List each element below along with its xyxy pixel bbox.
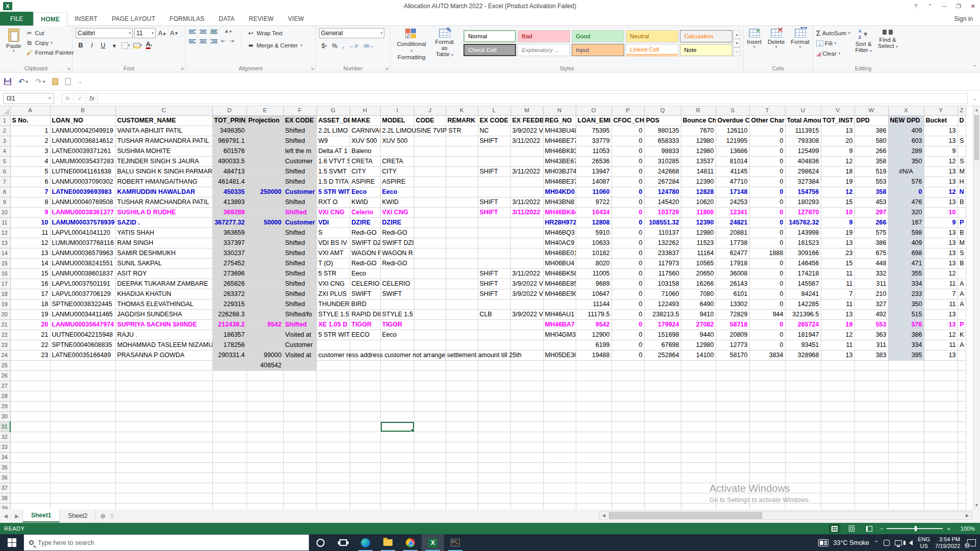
cell-K35[interactable] bbox=[446, 462, 478, 472]
cell-O38[interactable] bbox=[576, 493, 611, 503]
cell-I20[interactable]: STYLE 1.5 T bbox=[380, 309, 414, 319]
cell-L27[interactable] bbox=[478, 381, 510, 391]
cell-V12[interactable]: 19 bbox=[821, 228, 854, 238]
cell-T3[interactable]: 0 bbox=[749, 136, 785, 146]
row-header-34[interactable]: 34 bbox=[0, 452, 10, 462]
cell-J27[interactable] bbox=[414, 381, 446, 391]
cell-J37[interactable] bbox=[414, 483, 446, 493]
cell-V22[interactable]: 12 bbox=[821, 330, 854, 340]
cell-F25[interactable] bbox=[283, 360, 316, 370]
cell-S33[interactable] bbox=[716, 442, 749, 452]
cell-N27[interactable] bbox=[543, 381, 576, 391]
cell-G31[interactable] bbox=[316, 421, 350, 432]
horizontal-scrollbar[interactable]: ◀ ▶ bbox=[599, 511, 972, 520]
cell-U33[interactable] bbox=[785, 442, 821, 452]
cell-X37[interactable] bbox=[888, 483, 924, 493]
cell-Y19[interactable]: 11 bbox=[924, 299, 958, 309]
cell-N16[interactable]: MH46BK58 bbox=[543, 268, 576, 279]
cell-K37[interactable] bbox=[446, 483, 478, 493]
cell-U11[interactable]: 145762.32 bbox=[785, 217, 821, 228]
col-header-Q[interactable]: Q bbox=[644, 106, 681, 115]
cell-H26[interactable] bbox=[350, 370, 380, 381]
cell-T20[interactable]: 944 bbox=[749, 309, 785, 319]
cell-Q4[interactable]: 98833 bbox=[644, 146, 681, 156]
cell-F13[interactable]: Shifted bbox=[283, 238, 316, 248]
cell-D14[interactable]: 330237 bbox=[212, 248, 247, 258]
cell-X30[interactable] bbox=[888, 411, 924, 421]
cell-D29[interactable] bbox=[212, 401, 247, 411]
cell-N20[interactable]: MH46AU1 bbox=[543, 309, 576, 319]
cell-Z35[interactable] bbox=[958, 462, 966, 472]
minimize-button[interactable]: ─ bbox=[937, 1, 951, 12]
cell-K1[interactable]: REMARK bbox=[446, 115, 478, 126]
cell-H23[interactable] bbox=[350, 340, 380, 350]
cell-Q27[interactable] bbox=[644, 381, 681, 391]
cell-N34[interactable] bbox=[543, 452, 576, 462]
cell-I6[interactable]: CITY bbox=[380, 166, 414, 177]
cell-G4[interactable]: Delta AT 1 bbox=[316, 146, 350, 156]
cell-A22[interactable]: 21 bbox=[10, 330, 50, 340]
cell-X23[interactable]: 334 bbox=[888, 340, 924, 350]
cell-U2[interactable]: 1113915 bbox=[785, 126, 821, 136]
cell-C20[interactable]: JAGDISH SUNDESHA bbox=[115, 309, 212, 319]
col-header-N[interactable]: N bbox=[543, 106, 576, 115]
orientation-button[interactable]: ⯅▾ bbox=[224, 28, 232, 35]
cell-X22[interactable]: 386 bbox=[888, 330, 924, 340]
cell-B6[interactable]: LUTNE00041161638 bbox=[50, 166, 115, 177]
cell-N21[interactable]: MH46BA7 bbox=[543, 319, 576, 330]
cell-W15[interactable]: 448 bbox=[854, 258, 888, 268]
new-sheet-button[interactable]: ⊕ bbox=[96, 509, 109, 522]
cell-G8[interactable]: 5 STR WIT bbox=[316, 187, 350, 197]
cell-Q30[interactable] bbox=[644, 411, 681, 421]
cell-T8[interactable]: 0 bbox=[749, 187, 785, 197]
cell-A21[interactable]: 20 bbox=[10, 319, 50, 330]
cell-B20[interactable]: LANMU00034411465 bbox=[50, 309, 115, 319]
cell-S38[interactable] bbox=[716, 493, 749, 503]
cell-L18[interactable]: SHIFT bbox=[478, 289, 510, 299]
cell-E18[interactable] bbox=[247, 289, 283, 299]
cell-P31[interactable] bbox=[611, 421, 644, 432]
cell-W8[interactable]: 358 bbox=[854, 187, 888, 197]
cell-Q33[interactable] bbox=[644, 442, 681, 452]
font-size-select[interactable]: 11▾ bbox=[134, 28, 156, 38]
cell-P28[interactable] bbox=[611, 391, 644, 401]
cell-P2[interactable]: 0 bbox=[611, 126, 644, 136]
cell-U16[interactable]: 174218 bbox=[785, 268, 821, 279]
cell-A4[interactable]: 3 bbox=[10, 146, 50, 156]
cell-I14[interactable]: WAGON R bbox=[380, 248, 414, 258]
undo-button[interactable]: ↶▾ bbox=[18, 77, 28, 86]
cell-V33[interactable] bbox=[821, 442, 854, 452]
cell-L38[interactable] bbox=[478, 493, 510, 503]
cell-C17[interactable]: DEEPAK TUKARAM ZAMBARE bbox=[115, 279, 212, 289]
cell-P33[interactable] bbox=[611, 442, 644, 452]
cell-R21[interactable]: 27082 bbox=[681, 319, 716, 330]
cell-Z7[interactable]: H bbox=[958, 177, 966, 187]
cell-J20[interactable] bbox=[414, 309, 446, 319]
row-header-2[interactable]: 2 bbox=[0, 126, 10, 136]
cell-J10[interactable] bbox=[414, 207, 446, 217]
cell-S20[interactable]: 72829 bbox=[716, 309, 749, 319]
cell-Z39[interactable] bbox=[958, 503, 966, 509]
cell-F24[interactable]: Visited at bbox=[283, 350, 316, 360]
cell-F14[interactable]: Shifted bbox=[283, 248, 316, 258]
cell-B39[interactable] bbox=[50, 503, 115, 509]
cell-V19[interactable]: 11 bbox=[821, 299, 854, 309]
cell-S27[interactable] bbox=[716, 381, 749, 391]
cell-F20[interactable]: Shifted/fo bbox=[283, 309, 316, 319]
cell-K9[interactable] bbox=[446, 197, 478, 207]
cell-J5[interactable] bbox=[414, 156, 446, 166]
cell-M4[interactable] bbox=[510, 146, 543, 156]
cell-F23[interactable]: Customer bbox=[283, 340, 316, 350]
cell-W20[interactable]: 492 bbox=[854, 309, 888, 319]
cell-Y18[interactable]: 7 bbox=[924, 289, 958, 299]
cell-Y29[interactable] bbox=[924, 401, 958, 411]
cancel-button[interactable]: ✕ bbox=[61, 93, 74, 104]
cell-C25[interactable] bbox=[115, 360, 212, 370]
cell-C12[interactable]: YATIS SHAH bbox=[115, 228, 212, 238]
cell-U38[interactable] bbox=[785, 493, 821, 503]
row-header-3[interactable]: 3 bbox=[0, 136, 10, 146]
cell-P19[interactable]: 0 bbox=[611, 299, 644, 309]
help-button[interactable]: ? bbox=[909, 1, 923, 12]
cell-F36[interactable] bbox=[283, 472, 316, 483]
cell-N4[interactable]: MH46BK83 bbox=[543, 146, 576, 156]
